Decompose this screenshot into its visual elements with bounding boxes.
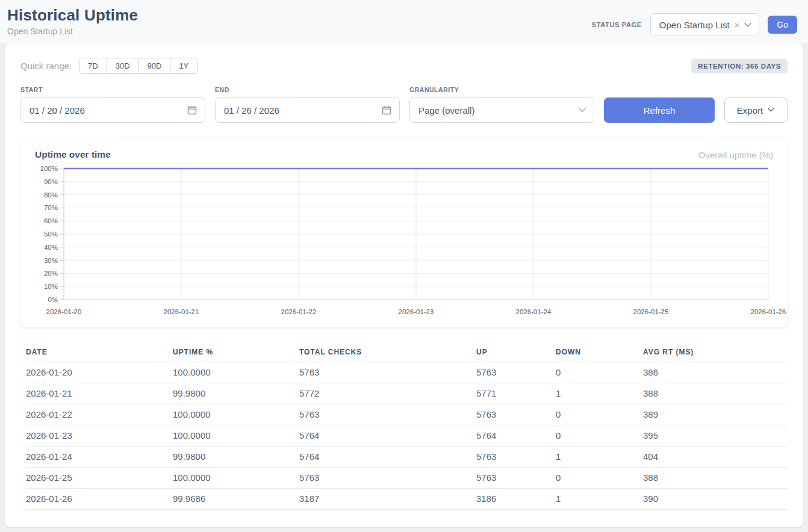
table-cell: 5763 xyxy=(299,404,476,425)
quick-range-90d-button[interactable]: 90D xyxy=(138,58,170,73)
uptime-line-chart: 0%10%20%30%40%50%60%70%80%90%100%2026-01… xyxy=(35,165,772,319)
table-cell: 5763 xyxy=(476,362,556,383)
table-cell: 1 xyxy=(556,383,643,404)
column-header: DOWN xyxy=(556,343,643,362)
svg-text:90%: 90% xyxy=(44,178,58,185)
top-header: Historical Uptime Open Startup List STAT… xyxy=(0,0,808,43)
retention-badge: RETENTION: 365 DAYS xyxy=(691,59,788,73)
refresh-button[interactable]: Refresh xyxy=(604,97,715,123)
table-row: 2026-01-22100.0000576357630389 xyxy=(26,404,788,425)
svg-text:60%: 60% xyxy=(44,217,58,224)
chart-legend-label: Overall uptime (%) xyxy=(698,150,773,160)
quick-range-30d-button[interactable]: 30D xyxy=(107,58,138,73)
status-page-label: STATUS PAGE xyxy=(592,21,642,28)
table-cell: 390 xyxy=(643,489,788,510)
table-row: 2026-01-23100.0000576457640395 xyxy=(26,425,788,447)
table-cell: 3187 xyxy=(299,489,476,510)
table-cell: 5763 xyxy=(299,468,476,489)
table-cell: 0 xyxy=(556,425,643,447)
table-cell: 395 xyxy=(643,425,788,447)
page-subtitle: Open Startup List xyxy=(7,26,138,36)
table-cell: 5763 xyxy=(476,447,556,468)
table-header-row: DATEUPTIME %TOTAL CHECKSUPDOWNAVG RT (MS… xyxy=(26,343,788,362)
export-button-label: Export xyxy=(737,105,763,116)
quick-range-label: Quick range: xyxy=(20,61,72,71)
table-cell: 388 xyxy=(643,468,788,489)
page-title: Historical Uptime xyxy=(7,6,138,25)
end-date-input[interactable]: 01 / 26 / 2026 xyxy=(215,97,400,123)
start-label: START xyxy=(20,86,205,93)
status-page-select[interactable]: Open Startup List × xyxy=(650,13,760,36)
table-cell: 99.9800 xyxy=(173,383,299,404)
svg-text:10%: 10% xyxy=(44,283,58,290)
start-date-field: START 01 / 20 / 2026 xyxy=(20,86,205,123)
svg-text:2026-01-24: 2026-01-24 xyxy=(516,308,552,315)
svg-text:2026-01-21: 2026-01-21 xyxy=(164,308,199,315)
end-date-value: 01 / 26 / 2026 xyxy=(224,105,279,116)
chevron-down-icon xyxy=(768,108,775,113)
table-cell: 100.0000 xyxy=(173,404,299,425)
table-cell: 0 xyxy=(556,404,643,425)
table-cell: 100.0000 xyxy=(173,425,299,447)
table-cell: 2026-01-25 xyxy=(26,468,173,489)
chevron-down-icon xyxy=(579,108,586,113)
table-cell: 2026-01-26 xyxy=(26,489,173,510)
table-cell: 5764 xyxy=(476,425,556,447)
table-cell: 100.0000 xyxy=(173,468,299,489)
svg-text:30%: 30% xyxy=(44,257,58,264)
table-cell: 100.0000 xyxy=(173,362,299,383)
calendar-icon[interactable] xyxy=(382,105,391,115)
svg-text:2026-01-26: 2026-01-26 xyxy=(751,308,786,315)
main-panel: Quick range: 7D 30D 90D 1Y RETENTION: 36… xyxy=(5,43,803,527)
uptime-chart-card: Uptime over time Overall uptime (%) 0%10… xyxy=(20,138,788,327)
table-cell: 388 xyxy=(643,383,788,404)
table-cell: 5772 xyxy=(299,383,476,404)
granularity-field: GRANULARITY Page (overall) xyxy=(409,86,594,123)
export-button[interactable]: Export xyxy=(724,97,788,123)
table-cell: 1 xyxy=(556,447,643,468)
clear-selection-icon[interactable]: × xyxy=(735,20,740,30)
table-cell: 404 xyxy=(643,447,788,468)
uptime-chart: 0%10%20%30%40%50%60%70%80%90%100%2026-01… xyxy=(35,165,773,319)
table-cell: 2026-01-23 xyxy=(26,425,173,447)
svg-text:40%: 40% xyxy=(44,244,58,251)
daily-stats-table: DATEUPTIME %TOTAL CHECKSUPDOWNAVG RT (MS… xyxy=(26,343,788,510)
table-row: 2026-01-25100.0000576357630388 xyxy=(26,468,788,489)
go-button[interactable]: Go xyxy=(768,16,797,34)
quick-range-7d-button[interactable]: 7D xyxy=(79,58,107,73)
table-row: 2026-01-2499.9800576457631404 xyxy=(26,447,788,468)
svg-text:50%: 50% xyxy=(44,230,58,238)
table-row: 2026-01-2199.9800577257711388 xyxy=(26,383,788,404)
svg-text:2026-01-22: 2026-01-22 xyxy=(281,308,317,315)
daily-stats-table-wrap: DATEUPTIME %TOTAL CHECKSUPDOWNAVG RT (MS… xyxy=(20,343,788,510)
quick-range-1y-button[interactable]: 1Y xyxy=(170,58,197,73)
calendar-icon[interactable] xyxy=(187,105,197,115)
table-cell: 386 xyxy=(643,362,788,383)
svg-text:70%: 70% xyxy=(44,204,58,211)
filters-row: START 01 / 20 / 2026 END 01 / 26 / 2026 … xyxy=(20,86,788,123)
column-header: TOTAL CHECKS xyxy=(299,343,476,362)
status-page-selected-value: Open Startup List xyxy=(659,20,730,30)
start-date-input[interactable]: 01 / 20 / 2026 xyxy=(20,97,205,123)
end-label: END xyxy=(215,86,400,93)
table-cell: 5763 xyxy=(476,468,556,489)
chart-title: Uptime over time xyxy=(35,149,111,160)
table-cell: 1 xyxy=(556,489,643,510)
svg-text:0%: 0% xyxy=(48,296,58,303)
granularity-select[interactable]: Page (overall) xyxy=(409,97,594,123)
table-cell: 0 xyxy=(556,468,643,489)
table-cell: 2026-01-21 xyxy=(26,383,173,404)
quick-range-row: Quick range: 7D 30D 90D 1Y RETENTION: 36… xyxy=(20,58,788,74)
column-header: UP xyxy=(476,343,556,362)
chevron-down-icon xyxy=(744,22,751,27)
table-cell: 99.9800 xyxy=(173,447,299,468)
table-cell: 0 xyxy=(556,362,643,383)
column-header: DATE xyxy=(26,343,173,362)
column-header: AVG RT (MS) xyxy=(643,343,788,362)
table-row: 2026-01-20100.0000576357630386 xyxy=(26,362,788,383)
end-date-field: END 01 / 26 / 2026 xyxy=(215,86,400,123)
table-cell: 99.9686 xyxy=(173,489,299,510)
table-cell: 5763 xyxy=(299,362,476,383)
svg-text:2026-01-20: 2026-01-20 xyxy=(46,308,82,315)
table-cell: 3186 xyxy=(476,489,556,510)
